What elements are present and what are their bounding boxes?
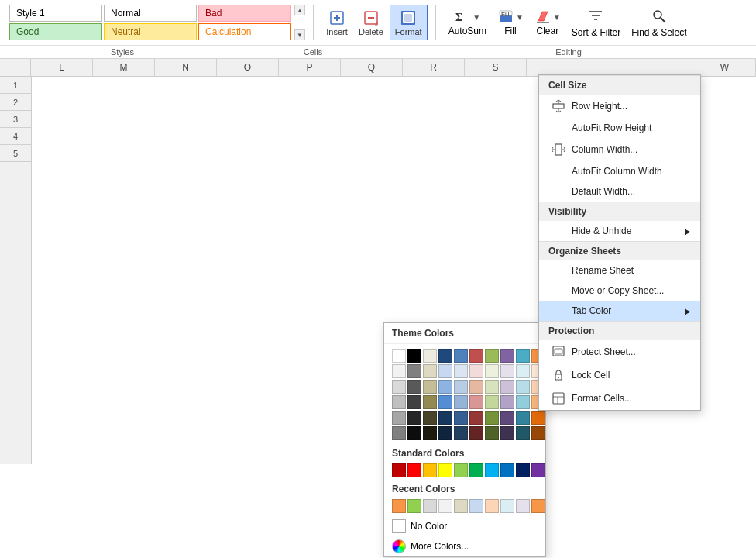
theme-color-cell[interactable] <box>392 380 406 394</box>
recent-color-cell[interactable] <box>423 499 437 513</box>
theme-color-cell[interactable] <box>407 411 421 425</box>
lock-cell-item[interactable]: Lock Cell <box>539 363 700 387</box>
standard-color-cell[interactable] <box>469 463 483 477</box>
theme-color-cell[interactable] <box>516 395 530 409</box>
sort-filter-button[interactable]: Sort & Filter <box>567 5 625 41</box>
theme-color-cell[interactable] <box>438 364 452 378</box>
recent-color-cell[interactable] <box>392 499 406 513</box>
hide-unhide-item[interactable]: Hide & Unhide ▶ <box>539 221 700 241</box>
theme-color-cell[interactable] <box>423 426 437 440</box>
standard-color-cell[interactable] <box>423 463 437 477</box>
theme-color-cell[interactable] <box>438 426 452 440</box>
autosum-button[interactable]: Σ ▼ AutoSum <box>444 5 491 40</box>
theme-color-cell[interactable] <box>516 380 530 394</box>
row-header-5[interactable]: 5 <box>0 145 31 162</box>
default-width-item[interactable]: Default Width... <box>539 181 700 202</box>
standard-color-cell[interactable] <box>516 463 530 477</box>
theme-color-cell[interactable] <box>454 426 468 440</box>
theme-color-cell[interactable] <box>485 411 499 425</box>
autofit-row-item[interactable]: AutoFit Row Height <box>539 118 700 138</box>
standard-color-cell[interactable] <box>392 463 406 477</box>
theme-color-cell[interactable] <box>407 395 421 409</box>
theme-color-cell[interactable] <box>438 395 452 409</box>
theme-color-cell[interactable] <box>454 395 468 409</box>
style-cell-neutral[interactable]: Neutral <box>104 23 197 40</box>
theme-color-cell[interactable] <box>516 349 530 363</box>
standard-color-cell[interactable] <box>485 463 499 477</box>
autofit-col-item[interactable]: AutoFit Column Width <box>539 161 700 181</box>
standard-color-cell[interactable] <box>531 463 545 477</box>
theme-color-cell[interactable] <box>392 364 406 378</box>
styles-scroll-dropdown[interactable]: ▼ <box>294 29 305 40</box>
theme-color-cell[interactable] <box>423 411 437 425</box>
theme-color-cell[interactable] <box>485 349 499 363</box>
theme-color-cell[interactable] <box>500 349 514 363</box>
row-header-3[interactable]: 3 <box>0 111 31 128</box>
recent-color-cell[interactable] <box>500 499 514 513</box>
fill-button[interactable]: Fill ▼ Fill <box>493 5 528 40</box>
theme-color-cell[interactable] <box>392 395 406 409</box>
theme-color-cell[interactable] <box>423 349 437 363</box>
theme-color-cell[interactable] <box>407 380 421 394</box>
col-header-Q[interactable]: Q <box>341 59 403 76</box>
theme-color-cell[interactable] <box>500 380 514 394</box>
theme-color-cell[interactable] <box>438 380 452 394</box>
style-cell-good[interactable]: Good <box>9 23 102 40</box>
style-cell-calculation[interactable]: Calculation <box>198 23 291 40</box>
standard-color-cell[interactable] <box>438 463 452 477</box>
recent-color-cell[interactable] <box>407 499 421 513</box>
theme-color-cell[interactable] <box>469 349 483 363</box>
theme-color-cell[interactable] <box>392 426 406 440</box>
recent-color-cell[interactable] <box>531 499 545 513</box>
theme-color-cell[interactable] <box>407 364 421 378</box>
theme-color-cell[interactable] <box>423 395 437 409</box>
more-colors-row[interactable]: More Colors... <box>384 536 545 556</box>
col-header-L[interactable]: L <box>31 59 93 76</box>
standard-color-cell[interactable] <box>500 463 514 477</box>
theme-color-cell[interactable] <box>407 426 421 440</box>
col-header-W[interactable]: W <box>694 59 756 76</box>
find-select-button[interactable]: Find & Select <box>627 5 691 41</box>
move-copy-item[interactable]: Move or Copy Sheet... <box>539 281 700 301</box>
row-header-2[interactable]: 2 <box>0 94 31 111</box>
rename-sheet-item[interactable]: Rename Sheet <box>539 260 700 281</box>
recent-color-cell[interactable] <box>469 499 483 513</box>
insert-button[interactable]: Insert <box>321 5 352 40</box>
recent-color-cell[interactable] <box>516 499 530 513</box>
theme-color-cell[interactable] <box>392 411 406 425</box>
col-header-N[interactable]: N <box>155 59 217 76</box>
theme-color-cell[interactable] <box>485 426 499 440</box>
col-header-S[interactable]: S <box>465 59 527 76</box>
theme-color-cell[interactable] <box>392 349 406 363</box>
clear-button[interactable]: ▼ Clear <box>530 5 565 40</box>
theme-color-cell[interactable] <box>454 380 468 394</box>
theme-color-cell[interactable] <box>531 411 545 425</box>
col-header-M[interactable]: M <box>93 59 155 76</box>
theme-color-cell[interactable] <box>469 411 483 425</box>
recent-color-cell[interactable] <box>485 499 499 513</box>
delete-button[interactable]: Delete <box>354 5 388 40</box>
theme-color-cell[interactable] <box>423 364 437 378</box>
theme-color-cell[interactable] <box>516 426 530 440</box>
theme-color-cell[interactable] <box>438 411 452 425</box>
column-width-item[interactable]: Column Width... <box>539 138 700 161</box>
theme-color-cell[interactable] <box>516 364 530 378</box>
theme-color-cell[interactable] <box>500 426 514 440</box>
theme-color-cell[interactable] <box>500 411 514 425</box>
col-header-R[interactable]: R <box>403 59 465 76</box>
row-height-item[interactable]: Row Height... <box>539 95 700 118</box>
protect-sheet-item[interactable]: Protect Sheet... <box>539 340 700 363</box>
theme-color-cell[interactable] <box>516 411 530 425</box>
col-header-P[interactable]: P <box>279 59 341 76</box>
row-header-4[interactable]: 4 <box>0 128 31 145</box>
recent-color-cell[interactable] <box>438 499 452 513</box>
format-button[interactable]: Format <box>390 5 428 40</box>
style-cell-style1[interactable]: Style 1 <box>9 5 102 22</box>
theme-color-cell[interactable] <box>469 426 483 440</box>
theme-color-cell[interactable] <box>423 380 437 394</box>
standard-color-cell[interactable] <box>454 463 468 477</box>
style-cell-normal[interactable]: Normal <box>104 5 197 22</box>
theme-color-cell[interactable] <box>500 395 514 409</box>
theme-color-cell[interactable] <box>454 364 468 378</box>
theme-color-cell[interactable] <box>469 380 483 394</box>
